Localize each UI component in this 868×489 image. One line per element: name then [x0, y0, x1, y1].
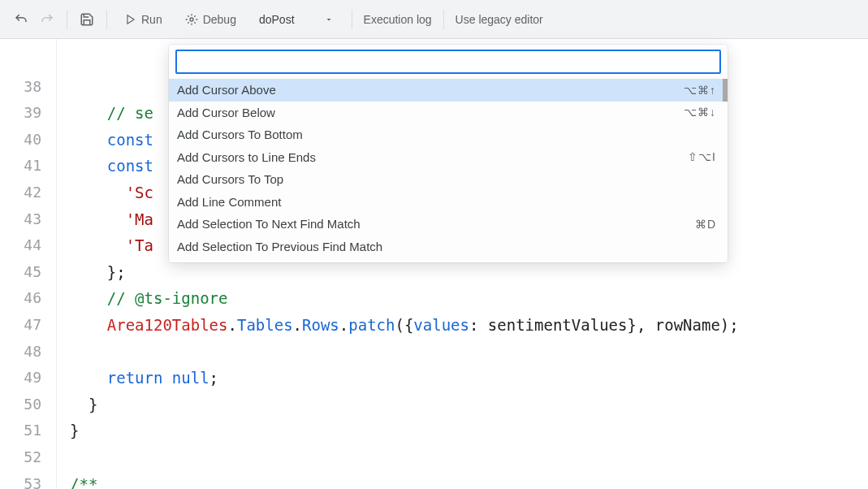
- svg-point-1: [190, 18, 193, 21]
- separator: [352, 10, 352, 29]
- code-line: [57, 444, 868, 471]
- line-number: 38: [0, 74, 56, 101]
- palette-item-label: Add Line Comment: [177, 195, 281, 209]
- palette-item-label: Add Cursors to Line Ends: [177, 150, 316, 164]
- code-line: }: [57, 418, 868, 444]
- undo-icon[interactable]: [13, 11, 29, 28]
- line-number: 45: [0, 259, 56, 286]
- line-number: 48: [0, 339, 56, 366]
- separator: [106, 10, 107, 29]
- separator: [443, 10, 444, 29]
- palette-item-label: Add Selection To Next Find Match: [177, 217, 361, 231]
- line-number: 41: [0, 153, 56, 180]
- palette-item-label: Add Cursors To Bottom: [177, 128, 303, 141]
- function-select[interactable]: doPost: [253, 10, 340, 29]
- redo-icon[interactable]: [39, 11, 55, 28]
- palette-item[interactable]: Add Cursor Above ⌥⌘↑: [169, 79, 728, 102]
- palette-item-shortcut: ⌥⌘↓: [684, 106, 716, 119]
- palette-item[interactable]: Add Cursors To Top: [169, 168, 728, 191]
- toolbar: Run Debug doPost Execution log Use legac…: [0, 0, 868, 39]
- palette-item-label: Add Cursor Above: [177, 83, 276, 97]
- palette-item[interactable]: Add Cursors to Line Ends ⇧⌥I: [169, 146, 728, 169]
- line-number: 39: [0, 100, 56, 127]
- palette-item-label: Add Selection To Previous Find Match: [177, 240, 382, 253]
- code-line: Area120Tables.Tables.Rows.patch({values:…: [57, 312, 868, 339]
- line-number: 53: [0, 471, 56, 490]
- save-icon[interactable]: [79, 11, 95, 28]
- palette-item[interactable]: Add Line Comment: [169, 191, 728, 214]
- chevron-down-icon: [324, 15, 334, 24]
- debug-button[interactable]: Debug: [179, 10, 243, 29]
- palette-item[interactable]: Add Cursor Below ⌥⌘↓: [169, 102, 728, 124]
- line-number: 42: [0, 180, 56, 206]
- palette-item-label: Add Cursors To Top: [177, 172, 283, 186]
- line-number: 44: [0, 232, 56, 259]
- run-button[interactable]: Run: [119, 10, 169, 29]
- legacy-editor-link[interactable]: Use legacy editor: [456, 13, 543, 26]
- code-line: /**: [57, 471, 868, 490]
- palette-item-label: Add Cursor Below: [177, 106, 275, 119]
- palette-item[interactable]: Add Cursors To Bottom: [169, 123, 728, 146]
- execution-log-button[interactable]: Execution log: [364, 13, 432, 26]
- line-number: [0, 47, 56, 74]
- line-number: 51: [0, 418, 56, 444]
- palette-item-shortcut: ⌥⌘↑: [684, 84, 716, 97]
- debug-label: Debug: [203, 13, 236, 26]
- command-palette-input[interactable]: [175, 50, 721, 74]
- line-number: 52: [0, 444, 56, 471]
- line-number: 49: [0, 365, 56, 392]
- line-number: 40: [0, 127, 56, 154]
- code-line: }: [57, 392, 868, 418]
- separator: [67, 10, 67, 29]
- line-gutter: 38 39 40 41 42 43 44 45 46 47 48 49 50 5…: [0, 39, 57, 489]
- code-line: // @ts-ignore: [57, 285, 868, 312]
- line-number: 50: [0, 392, 56, 418]
- line-number: 46: [0, 285, 56, 312]
- palette-item[interactable]: Add Selection To Previous Find Match: [169, 236, 728, 258]
- command-palette: Add Cursor Above ⌥⌘↑ Add Cursor Below ⌥⌘…: [169, 45, 728, 262]
- function-select-value: doPost: [259, 13, 295, 26]
- svg-marker-0: [127, 15, 134, 24]
- run-label: Run: [141, 13, 162, 26]
- palette-item-shortcut: ⌘D: [695, 218, 716, 231]
- command-palette-list: Add Cursor Above ⌥⌘↑ Add Cursor Below ⌥⌘…: [169, 79, 728, 257]
- palette-item-shortcut: ⇧⌥I: [688, 150, 716, 163]
- palette-item[interactable]: Add Selection To Next Find Match ⌘D: [169, 213, 728, 236]
- code-line: return null;: [57, 365, 868, 392]
- line-number: 43: [0, 206, 56, 233]
- line-number: 47: [0, 312, 56, 339]
- code-line: [57, 339, 868, 366]
- code-line: };: [57, 259, 868, 286]
